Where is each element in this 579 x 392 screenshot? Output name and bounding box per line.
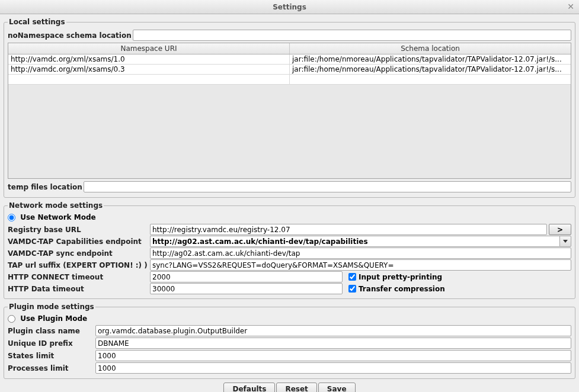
- col-schema-location[interactable]: Schema location: [290, 43, 571, 54]
- cell-loc-empty[interactable]: [290, 75, 571, 84]
- content: Local settings noNamespace schema locati…: [0, 14, 579, 392]
- local-settings-group: Local settings noNamespace schema locati…: [4, 18, 575, 198]
- local-legend: Local settings: [8, 18, 66, 26]
- suffix-input[interactable]: [150, 259, 571, 271]
- reset-button[interactable]: Reset: [276, 383, 316, 392]
- network-legend: Network mode settings: [8, 201, 104, 210]
- plugin-class-input[interactable]: [95, 325, 571, 336]
- plugin-settings-group: Plugin mode settings Use Plugin Mode Plu…: [4, 303, 575, 379]
- compress-checkbox[interactable]: [348, 285, 356, 293]
- button-bar: Defaults Reset Save: [4, 383, 575, 392]
- table-row[interactable]: http://vamdc.org/xml/xsams/1.0 jar:file:…: [8, 54, 571, 65]
- temp-label: temp files location: [8, 183, 82, 191]
- schema-table-header: Namespace URI Schema location: [8, 43, 571, 54]
- sync-label: VAMDC-TAP sync endpoint: [8, 249, 150, 258]
- compress-label: Transfer compression: [359, 285, 445, 293]
- cell-ns-empty[interactable]: [8, 75, 290, 84]
- pretty-print-checkbox[interactable]: [348, 273, 356, 281]
- proc-input[interactable]: [95, 362, 571, 374]
- cell-loc[interactable]: jar:file:/home/nmoreau/Applications/tapv…: [290, 54, 571, 64]
- close-icon[interactable]: ✕: [566, 2, 575, 11]
- cap-label: VAMDC-TAP Capabilities endpoint: [8, 237, 150, 246]
- use-plugin-mode-radio[interactable]: [8, 315, 15, 323]
- states-input[interactable]: [95, 350, 571, 361]
- use-plugin-mode-radio-label[interactable]: Use Plugin Mode: [8, 314, 87, 323]
- window-title: Settings: [273, 3, 306, 11]
- cell-ns[interactable]: http://vamdc.org/xml/xsams/1.0: [8, 54, 290, 64]
- registry-input[interactable]: [150, 224, 547, 235]
- col-namespace-uri[interactable]: Namespace URI: [8, 43, 290, 54]
- save-button[interactable]: Save: [318, 383, 356, 392]
- use-network-mode-radio[interactable]: [8, 214, 15, 221]
- data-timeout-input[interactable]: [150, 283, 343, 294]
- cell-loc[interactable]: jar:file:/home/nmoreau/Applications/tapv…: [290, 65, 571, 74]
- plugin-legend: Plugin mode settings: [8, 303, 95, 311]
- cell-ns[interactable]: http://vamdc.org/xml/xsams/0.3: [8, 65, 290, 74]
- states-label: States limit: [8, 352, 95, 360]
- cap-combo[interactable]: [150, 236, 571, 247]
- use-network-mode-radio-label[interactable]: Use Network Mode: [8, 213, 96, 221]
- registry-go-button[interactable]: >: [549, 224, 571, 235]
- pretty-print-label: Input pretty-printing: [359, 273, 442, 281]
- prefix-label: Unique ID prefix: [8, 339, 95, 348]
- plugin-class-label: Plugin class name: [8, 327, 95, 335]
- nons-input[interactable]: [133, 30, 571, 41]
- prefix-input[interactable]: [95, 338, 571, 349]
- table-row-empty[interactable]: [8, 75, 571, 85]
- table-row[interactable]: http://vamdc.org/xml/xsams/0.3 jar:file:…: [8, 65, 571, 75]
- registry-label: Registry base URL: [8, 226, 150, 234]
- schema-table-body: http://vamdc.org/xml/xsams/1.0 jar:file:…: [8, 54, 571, 178]
- proc-label: Processes limit: [8, 364, 95, 372]
- schema-table: Namespace URI Schema location http://vam…: [8, 43, 571, 179]
- chevron-down-icon[interactable]: [559, 236, 571, 247]
- temp-input[interactable]: [84, 181, 571, 192]
- suffix-label: TAP url suffix (EXPERT OPTION! :) ): [8, 261, 150, 269]
- titlebar: Settings ✕: [0, 0, 579, 14]
- connect-input[interactable]: [150, 271, 343, 282]
- sync-input[interactable]: [150, 248, 571, 259]
- cap-input[interactable]: [150, 236, 559, 247]
- defaults-button[interactable]: Defaults: [223, 383, 275, 392]
- connect-label: HTTP CONNECT timeout: [8, 273, 150, 281]
- nons-label: noNamespace schema location: [8, 31, 132, 40]
- network-settings-group: Network mode settings Use Network Mode R…: [4, 201, 575, 299]
- data-timeout-label: HTTP Data timeout: [8, 285, 150, 293]
